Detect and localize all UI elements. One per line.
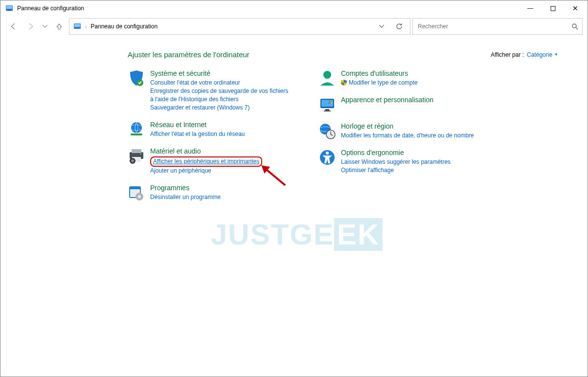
link-suggest-settings[interactable]: Laisser Windows suggérer les paramètres — [341, 158, 480, 166]
svg-rect-3 — [551, 6, 555, 11]
link-date-time-formats[interactable]: Modifier les formats de date, d'heure ou… — [341, 132, 480, 140]
link-file-history-backup[interactable]: Enregistrer des copies de sauvegarde de … — [150, 87, 289, 104]
watermark: JUSTGEEK — [211, 218, 383, 251]
svg-rect-12 — [132, 149, 141, 153]
svg-rect-27 — [331, 100, 332, 102]
category-clock-region: Horloge et région Modifier les formats d… — [318, 122, 480, 140]
forward-button[interactable] — [23, 19, 39, 34]
search-box[interactable] — [412, 18, 583, 35]
svg-point-14 — [140, 154, 142, 155]
svg-point-6 — [572, 24, 576, 28]
category-appearance: Apparence et personnalisation — [318, 96, 480, 113]
svg-line-7 — [576, 27, 578, 29]
svg-rect-26 — [329, 100, 330, 102]
control-panel-window: Panneau de configuration — ✕ › Panneau d… — [0, 0, 588, 377]
category-title[interactable]: Système et sécurité — [150, 69, 289, 77]
link-network-status[interactable]: Afficher l'état et la gestion du réseau — [150, 130, 289, 138]
breadcrumb-root[interactable]: Panneau de configuration — [90, 23, 158, 30]
printer-icon — [128, 147, 145, 165]
svg-point-9 — [131, 122, 142, 133]
search-input[interactable] — [417, 22, 571, 30]
svg-rect-5 — [74, 24, 80, 27]
view-by-label: Afficher par : — [491, 51, 524, 58]
control-panel-icon — [73, 22, 81, 30]
link-optimize-display[interactable]: Optimiser l'affichage — [341, 166, 480, 175]
svg-rect-2 — [7, 10, 11, 11]
back-button[interactable] — [5, 19, 21, 34]
content-area: JUSTGEEK Ajuster les paramètres de l'ord… — [0, 37, 588, 377]
link-change-account-type[interactable]: Modifier le type de compte — [341, 79, 480, 87]
recent-locations-button[interactable] — [41, 19, 49, 34]
minimize-button[interactable]: — — [519, 0, 542, 16]
search-icon — [571, 23, 578, 30]
category-title[interactable]: Programmes — [150, 184, 289, 192]
control-panel-icon — [5, 4, 13, 12]
page-header: Ajuster les paramètres de l'ordinateur A… — [128, 50, 558, 59]
refresh-button[interactable] — [392, 20, 406, 33]
page-title: Ajuster les paramètres de l'ordinateur — [128, 50, 491, 59]
accessibility-icon — [318, 149, 336, 166]
svg-rect-29 — [331, 102, 332, 104]
window-title: Panneau de configuration — [17, 5, 84, 12]
link-add-device[interactable]: Ajouter un périphérique — [150, 167, 289, 175]
svg-rect-24 — [325, 109, 329, 111]
link-devices-printers-highlighted[interactable]: Afficher les périphériques et imprimante… — [150, 156, 262, 167]
programs-icon — [128, 184, 145, 201]
clock-globe-icon — [318, 122, 336, 140]
svg-rect-28 — [329, 102, 330, 104]
maximize-button[interactable] — [542, 0, 564, 16]
chevron-right-icon: › — [85, 24, 87, 29]
uac-shield-icon — [341, 80, 347, 86]
category-title[interactable]: Apparence et personnalisation — [341, 96, 480, 104]
view-by-value: Catégorie — [527, 51, 552, 58]
category-hardware-sound: Matériel et audio Afficher les périphéri… — [128, 147, 289, 175]
address-bar[interactable]: › Panneau de configuration — [69, 18, 410, 35]
title-bar: Panneau de configuration — ✕ — [0, 0, 588, 16]
nav-toolbar: › Panneau de configuration — [0, 16, 588, 37]
view-by-dropdown[interactable]: Catégorie ▼ — [527, 51, 558, 58]
category-programs: Programmes Désinstaller un programme — [128, 184, 289, 201]
svg-rect-18 — [130, 187, 140, 189]
category-title[interactable]: Options d'ergonomie — [341, 149, 480, 156]
monitor-icon — [318, 96, 336, 113]
svg-rect-1 — [6, 6, 12, 9]
shield-icon — [128, 69, 145, 87]
svg-point-20 — [138, 195, 141, 198]
svg-point-16 — [131, 159, 134, 162]
category-user-accounts: Comptes d'utilisateurs Modifier le type … — [318, 69, 480, 87]
category-title[interactable]: Horloge et région — [341, 122, 480, 130]
chevron-down-icon: ▼ — [554, 52, 558, 57]
user-icon — [318, 69, 336, 87]
right-column: Comptes d'utilisateurs Modifier le type … — [318, 69, 480, 210]
left-column: Système et sécurité Consulter l'état de … — [128, 69, 289, 210]
up-button[interactable] — [51, 19, 67, 34]
link-system-status[interactable]: Consulter l'état de votre ordinateur — [150, 79, 289, 87]
globe-icon — [128, 121, 145, 138]
category-system-security: Système et sécurité Consulter l'état de … — [128, 69, 289, 112]
link-backup-restore-win7[interactable]: Sauvegarder et restaurer (Windows 7) — [150, 104, 289, 112]
category-network-internet: Réseau et Internet Afficher l'état et la… — [128, 121, 289, 138]
category-ease-of-access: Options d'ergonomie Laisser Windows sugg… — [318, 149, 480, 175]
svg-rect-10 — [131, 133, 142, 135]
category-title[interactable]: Comptes d'utilisateurs — [341, 69, 480, 77]
address-dropdown-button[interactable] — [375, 20, 388, 33]
close-button[interactable]: ✕ — [564, 0, 587, 16]
link-uninstall-program[interactable]: Désinstaller un programme — [150, 193, 289, 201]
svg-point-35 — [326, 152, 329, 155]
category-title[interactable]: Réseau et Internet — [150, 121, 289, 129]
svg-point-21 — [323, 71, 331, 79]
category-title[interactable]: Matériel et audio — [150, 147, 289, 155]
svg-rect-25 — [324, 111, 331, 111]
